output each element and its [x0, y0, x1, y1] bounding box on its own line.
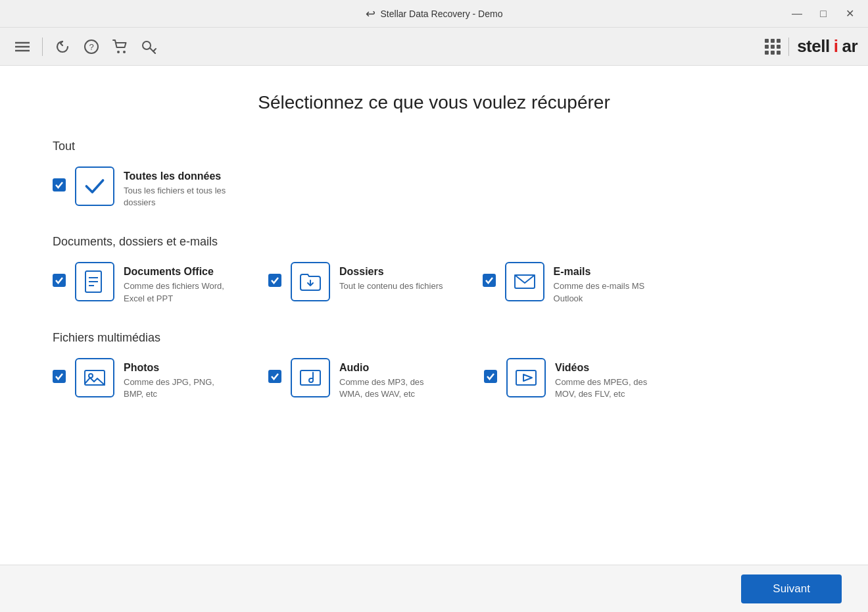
svg-point-14 [89, 374, 93, 378]
icon-box-videos [506, 358, 546, 397]
item-desc-toutes-donnees: Tous les fichiers et tous les dossiers [124, 185, 229, 209]
item-name-videos: Vidéos [555, 362, 660, 374]
back-arrow-icon: ↩ [366, 7, 375, 21]
item-photos[interactable]: Photos Comme des JPG, PNG, BMP, etc [53, 358, 229, 400]
icon-box-toutes-donnees [75, 166, 114, 206]
minimize-button[interactable]: — [789, 6, 805, 22]
section-tout: Tout Toutes les données To [53, 140, 815, 209]
item-text-photos: Photos Comme des JPG, PNG, BMP, etc [124, 358, 229, 400]
checkbox-dossiers[interactable] [268, 274, 281, 287]
menu-icon[interactable] [11, 35, 34, 59]
item-text-videos: Vidéos Comme des MPEG, des MOV, des FLV,… [555, 358, 660, 400]
icon-box-emails [505, 262, 544, 301]
toolbar-left: ? [11, 35, 161, 59]
svg-marker-17 [523, 374, 532, 381]
section-items-documents: Documents Office Comme des fichiers Word… [53, 262, 815, 304]
toolbar-right: stelliar [765, 36, 857, 57]
section-title-multimedia: Fichiers multimédias [53, 331, 815, 345]
item-text-audio: Audio Comme des MP3, des WMA, des WAV, e… [339, 358, 445, 400]
help-icon[interactable]: ? [80, 35, 103, 59]
item-toutes-donnees[interactable]: Toutes les données Tous les fichiers et … [53, 166, 229, 209]
checkbox-photos[interactable] [53, 370, 66, 383]
item-text-toutes-donnees: Toutes les données Tous les fichiers et … [124, 166, 229, 209]
title-bar: ↩ Stellar Data Recovery - Demo — □ ✕ [0, 0, 868, 28]
page-title: Sélectionnez ce que vous voulez récupére… [53, 92, 815, 113]
content-area: Sélectionnez ce que vous voulez récupére… [0, 66, 868, 565]
checkbox-toutes-donnees[interactable] [53, 178, 66, 191]
main-content: Sélectionnez ce que vous voulez récupére… [0, 66, 868, 612]
stellar-logo: stelliar [797, 36, 857, 57]
item-name-audio: Audio [339, 362, 445, 374]
toolbar: ? stelliar [0, 28, 868, 66]
checkbox-documents-office[interactable] [53, 274, 66, 287]
item-dossiers[interactable]: Dossiers Tout le contenu des fichiers [268, 262, 443, 304]
toolbar-separator [42, 38, 43, 56]
apps-grid-icon[interactable] [765, 39, 781, 55]
item-name-toutes-donnees: Toutes les données [124, 170, 229, 182]
checkbox-emails[interactable] [483, 274, 496, 287]
section-title-tout: Tout [53, 140, 815, 153]
item-desc-documents-office: Comme des fichiers Word, Excel et PPT [124, 280, 229, 304]
checkbox-audio[interactable] [268, 370, 281, 383]
item-text-documents-office: Documents Office Comme des fichiers Word… [124, 262, 229, 304]
logo-separator [788, 38, 789, 56]
title-text: Stellar Data Recovery - Demo [381, 9, 503, 19]
svg-point-6 [123, 51, 126, 53]
svg-rect-16 [516, 370, 536, 385]
checkbox-videos[interactable] [484, 370, 497, 383]
key-icon[interactable] [137, 35, 161, 59]
section-items-tout: Toutes les données Tous les fichiers et … [53, 166, 815, 209]
app-title: ↩ Stellar Data Recovery - Demo [366, 7, 503, 21]
section-documents: Documents, dossiers et e-mails [53, 235, 815, 304]
item-desc-emails: Comme des e-mails MS Outlook [554, 280, 659, 304]
item-desc-dossiers: Tout le contenu des fichiers [339, 280, 443, 292]
item-text-emails: E-mails Comme des e-mails MS Outlook [554, 262, 659, 304]
item-desc-videos: Comme des MPEG, des MOV, des FLV, etc [555, 376, 660, 400]
item-documents-office[interactable]: Documents Office Comme des fichiers Word… [53, 262, 229, 304]
item-text-dossiers: Dossiers Tout le contenu des fichiers [339, 262, 443, 292]
logo-text-1: stell [797, 36, 830, 57]
cart-icon[interactable] [108, 35, 132, 59]
icon-box-dossiers [291, 262, 330, 301]
item-emails[interactable]: E-mails Comme des e-mails MS Outlook [483, 262, 659, 304]
maximize-button[interactable]: □ [815, 6, 831, 22]
item-videos[interactable]: Vidéos Comme des MPEG, des MOV, des FLV,… [484, 358, 660, 400]
section-multimedia: Fichiers multimédias Ph [53, 331, 815, 400]
item-desc-audio: Comme des MP3, des WMA, des WAV, etc [339, 376, 445, 400]
logo-text-2: ar [842, 36, 857, 57]
window-controls: — □ ✕ [789, 6, 857, 22]
item-audio[interactable]: Audio Comme des MP3, des WMA, des WAV, e… [268, 358, 445, 400]
icon-box-photos [75, 358, 114, 397]
item-desc-photos: Comme des JPG, PNG, BMP, etc [124, 376, 229, 400]
svg-point-5 [117, 51, 120, 53]
section-title-documents: Documents, dossiers et e-mails [53, 235, 815, 249]
bottom-bar: Suivant [0, 565, 868, 612]
item-name-emails: E-mails [554, 266, 659, 278]
section-items-multimedia: Photos Comme des JPG, PNG, BMP, etc [53, 358, 815, 400]
item-name-documents-office: Documents Office [124, 266, 229, 278]
icon-box-audio [291, 358, 330, 397]
close-button[interactable]: ✕ [842, 6, 857, 22]
item-name-dossiers: Dossiers [339, 266, 443, 278]
icon-box-documents-office [75, 262, 114, 301]
item-name-photos: Photos [124, 362, 229, 374]
recover-icon[interactable] [51, 35, 74, 59]
svg-text:?: ? [89, 42, 93, 52]
next-button[interactable]: Suivant [741, 574, 842, 603]
logo-red-i: i [834, 36, 838, 57]
